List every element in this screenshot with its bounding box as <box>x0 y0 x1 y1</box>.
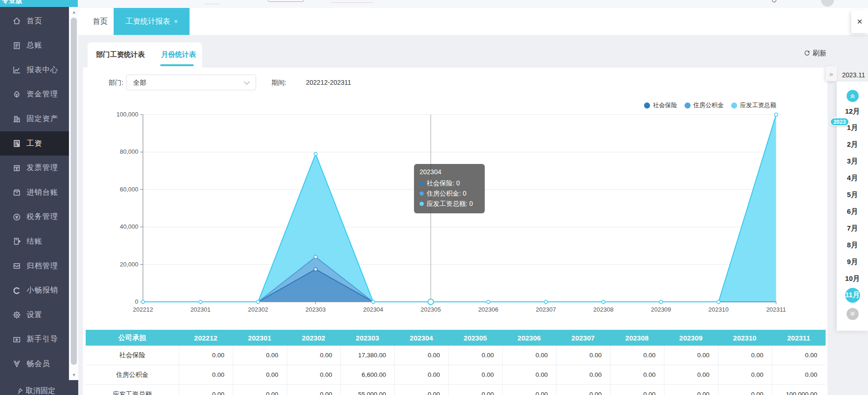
subtab-month-report[interactable]: 月份统计表 <box>161 50 196 59</box>
sidebar-item-salary[interactable]: 工资 <box>0 131 69 156</box>
sidebar-item-member[interactable]: 畅会员 <box>0 352 69 376</box>
svg-text:20,000: 20,000 <box>120 261 138 268</box>
month-item-11月[interactable]: 11月 <box>837 288 868 303</box>
settings-icon <box>12 310 21 320</box>
month-item-12月[interactable]: 12月 <box>837 104 868 119</box>
svg-text:40,000: 40,000 <box>120 223 138 230</box>
department-select-value: 全部 <box>133 79 146 87</box>
months-scroll-up-button[interactable] <box>847 90 859 102</box>
refresh-icon <box>804 50 810 56</box>
svg-text:202308: 202308 <box>593 306 613 313</box>
sidebar-footer-unpin[interactable]: 取消固定 <box>0 380 78 395</box>
sidebar-item-invoice[interactable]: 发票管理 <box>0 156 69 180</box>
scroll-up-arrow-icon[interactable]: ▲ <box>69 10 79 14</box>
panel-expand-button[interactable]: » <box>826 66 837 81</box>
current-period-box[interactable]: 2023.11 <box>839 69 868 81</box>
scroll-down-arrow-icon[interactable]: ▼ <box>69 373 79 377</box>
sidebar-scrollbar[interactable]: ▲ ▼ <box>69 7 78 395</box>
sidebar-item-label: 首页 <box>27 16 42 26</box>
sidebar-item-tax[interactable]: 税务管理 <box>0 205 69 229</box>
sidebar-item-reports[interactable]: 报表中心 <box>0 58 69 82</box>
value-cell: 6,600.00 <box>340 365 394 384</box>
tab-close-icon[interactable]: × <box>174 18 177 25</box>
svg-text:202307: 202307 <box>536 306 556 313</box>
month-item-8月[interactable]: 8月 <box>837 238 868 252</box>
month-item-2月[interactable]: 2月 <box>837 137 868 152</box>
sidebar-item-reimburse[interactable]: 小畅报销 <box>0 279 69 303</box>
month-item-9月[interactable]: 9月 <box>837 254 868 269</box>
value-cell: 0.00 <box>610 346 664 365</box>
sidebar-item-label: 总账 <box>27 41 42 50</box>
value-cell: 0.00 <box>772 365 826 384</box>
value-cell: 0.00 <box>287 365 341 384</box>
sidebar-scrollbar-thumb[interactable] <box>71 18 77 365</box>
value-cell: 0.00 <box>233 385 287 395</box>
month-item-5月[interactable]: 5月 <box>837 188 868 203</box>
table-row: 社会保险0.000.000.0017,380.000.000.000.000.0… <box>86 346 826 365</box>
tooltip-series-dot-icon <box>420 191 424 196</box>
month-item-10月[interactable]: 10月 <box>837 271 868 286</box>
tab-salary-report-label: 工资统计报表 <box>125 17 170 27</box>
svg-text:202306: 202306 <box>478 306 498 313</box>
month-item-3月[interactable]: 3月 <box>837 154 868 169</box>
report-icon <box>12 65 21 75</box>
table-header-cell: 202310 <box>718 330 772 346</box>
month-item-7月[interactable]: 7月 <box>837 221 868 236</box>
sidebar-item-funds[interactable]: 资金管理 <box>0 82 69 107</box>
tab-home[interactable]: 首页 <box>88 8 112 35</box>
value-cell: 0.00 <box>610 385 664 395</box>
table-header-cell: 202304 <box>394 330 448 346</box>
svg-text:100,000: 100,000 <box>116 111 138 118</box>
toolbar-remnant-line <box>205 4 221 4</box>
tab-salary-report[interactable]: 工资统计报表 × <box>114 8 190 35</box>
value-cell: 0.00 <box>772 346 826 365</box>
toolbar-remnant-button[interactable] <box>268 0 304 2</box>
value-cell: 0.00 <box>179 365 233 384</box>
value-cell: 0.00 <box>448 365 502 384</box>
table-row: 住房公积金0.000.000.006,600.000.000.000.000.0… <box>86 365 826 385</box>
sidebar-item-fixed-assets[interactable]: 固定资产 <box>0 107 69 131</box>
pin-icon <box>16 388 23 395</box>
table-header-cell: 202307 <box>556 330 610 346</box>
value-cell: 0.00 <box>556 365 610 384</box>
svg-text:202303: 202303 <box>305 306 326 313</box>
value-cell: 0.00 <box>394 346 448 365</box>
svg-text:202305: 202305 <box>420 306 441 313</box>
page-close-button[interactable]: × <box>851 10 868 33</box>
edition-label: 专业版 <box>2 0 23 5</box>
sidebar-item-settings[interactable]: 设置 <box>0 303 69 327</box>
refresh-button[interactable]: 刷新 <box>804 48 827 58</box>
brand-bar: 专业版 <box>0 0 78 7</box>
svg-text:80,000: 80,000 <box>120 148 138 155</box>
sidebar-item-ledger[interactable]: 总账 <box>0 34 69 58</box>
refresh-label: 刷新 <box>813 49 827 58</box>
subtab-department-report[interactable]: 部门工资统计表 <box>96 50 145 59</box>
sidebar-item-home[interactable]: 首页 <box>0 9 69 33</box>
home-icon <box>12 16 21 26</box>
sidebar-item-guide[interactable]: 新手引导 <box>0 327 69 352</box>
month-item-4月[interactable]: 4月 <box>837 171 868 186</box>
table-header-cell: 202306 <box>502 330 556 346</box>
tab-bar: 首页 工资统计报表 × <box>78 8 868 35</box>
month-panel: 2023 12月1月2月3月4月5月6月7月8月9月10月11月 <box>837 82 868 331</box>
guide-icon <box>12 335 21 344</box>
sidebar-item-inventory[interactable]: 进销台账 <box>0 180 69 204</box>
notification-bell-icon[interactable] <box>772 0 776 2</box>
month-item-1月[interactable]: 1月 <box>837 121 868 136</box>
months-scroll-down-button[interactable] <box>847 308 859 320</box>
tooltip-title: 202304 <box>420 168 479 176</box>
table-header-row: 公司承担202212202301202302202303202304202305… <box>86 330 826 346</box>
table-header-cell: 202212 <box>179 330 233 346</box>
tooltip-series-dot-icon <box>420 202 424 206</box>
table-header-cell: 202301 <box>233 330 287 346</box>
sidebar-item-archive[interactable]: 归档管理 <box>0 254 69 278</box>
department-select[interactable]: 全部 <box>126 75 256 90</box>
sidebar-item-closing[interactable]: 结账 <box>0 229 69 253</box>
asset-icon <box>12 114 21 123</box>
sidebar-item-label: 工资 <box>27 139 42 149</box>
table-header-cell: 公司承担 <box>86 330 179 346</box>
sidebar-item-label: 进销台账 <box>27 188 58 198</box>
month-item-6月[interactable]: 6月 <box>837 204 868 219</box>
value-cell: 0.00 <box>556 346 610 365</box>
avatar[interactable] <box>821 0 834 7</box>
